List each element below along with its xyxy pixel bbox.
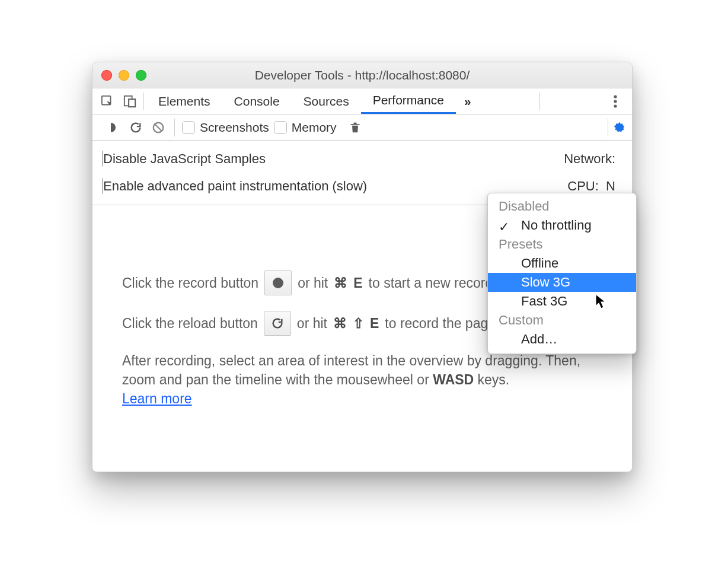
tab-sources[interactable]: Sources — [292, 88, 361, 114]
tab-elements[interactable]: Elements — [146, 88, 222, 114]
performance-toolbar: Screenshots Memory — [92, 114, 632, 141]
main-tabstrip: Elements Console Sources Performance » — [92, 88, 632, 114]
separator — [608, 119, 608, 136]
separator — [174, 119, 175, 136]
zoom-window-button[interactable] — [136, 70, 146, 81]
tab-label: Sources — [304, 94, 349, 109]
record-circle-icon — [273, 278, 283, 288]
option-label: Fast 3G — [521, 294, 567, 308]
cmd-key-icon: ⌘ — [333, 314, 347, 333]
disable-js-samples-label: Disable JavaScript Samples — [103, 151, 266, 166]
settings-row-disable-js: Disable JavaScript Samples Network: — [92, 145, 632, 173]
titlebar: Developer Tools - http://localhost:8080/ — [92, 62, 632, 88]
reload-button[interactable] — [264, 311, 291, 336]
close-window-button[interactable] — [101, 70, 112, 81]
throttle-option-slow-3g[interactable]: Slow 3G — [488, 273, 636, 292]
panel-tabs: Elements Console Sources Performance » — [146, 88, 480, 114]
tabs-overflow-button[interactable]: » — [456, 94, 480, 109]
text: keys. — [474, 372, 509, 387]
text: Click the reload button — [122, 314, 258, 333]
chevron-right-icon: » — [464, 94, 471, 108]
cpu-label: CPU: N — [567, 179, 622, 194]
key-E: E — [353, 273, 362, 292]
device-toolbar-icon[interactable] — [119, 88, 141, 114]
option-label: Offline — [521, 256, 558, 270]
reload-icon[interactable] — [127, 119, 145, 136]
option-label: No throttling — [521, 218, 592, 233]
dropdown-group-custom: Custom — [488, 311, 636, 330]
text: or hit — [298, 273, 328, 292]
inspect-element-icon[interactable] — [96, 88, 119, 114]
record-button[interactable] — [264, 270, 292, 295]
tab-label: Elements — [158, 94, 210, 109]
option-label: Slow 3G — [521, 275, 570, 289]
separator — [539, 93, 540, 110]
traffic-lights — [92, 70, 146, 81]
svg-rect-2 — [129, 99, 135, 107]
tab-console[interactable]: Console — [222, 88, 292, 114]
record-icon[interactable] — [104, 119, 122, 136]
text: or hit — [297, 314, 327, 333]
network-label: Network: — [564, 151, 622, 167]
throttle-option-add[interactable]: Add… — [488, 330, 636, 349]
throttle-option-offline[interactable]: Offline — [488, 254, 636, 273]
throttle-option-fast-3g[interactable]: Fast 3G — [488, 292, 636, 311]
cpu-value: N — [606, 179, 615, 193]
key-E: E — [370, 314, 379, 333]
option-label: Add… — [521, 332, 557, 346]
memory-label: Memory — [292, 120, 337, 135]
dropdown-group-presets: Presets — [488, 235, 636, 254]
settings-gear-icon[interactable] — [611, 119, 628, 136]
kebab-icon — [614, 95, 617, 108]
checkmark-icon: ✓ — [499, 219, 509, 235]
more-options-button[interactable] — [602, 95, 628, 108]
clear-icon[interactable] — [149, 119, 167, 136]
cmd-key-icon: ⌘ — [334, 273, 347, 292]
svg-point-5 — [614, 100, 617, 103]
cpu-label-text: CPU: — [567, 179, 599, 193]
learn-more-link[interactable]: Learn more — [122, 391, 192, 406]
checkbox-icon — [274, 121, 287, 134]
screenshots-label: Screenshots — [200, 120, 269, 135]
minimize-window-button[interactable] — [119, 70, 129, 81]
devtools-window: Developer Tools - http://localhost:8080/… — [92, 62, 633, 472]
network-throttling-dropdown: Disabled ✓ No throttling Presets Offline… — [487, 193, 637, 354]
text: Click the record button — [122, 273, 258, 292]
wasd-keys: WASD — [433, 372, 474, 387]
dropdown-group-disabled: Disabled — [488, 197, 636, 216]
tab-label: Console — [234, 94, 280, 109]
shift-key-icon: ⇧ — [353, 314, 364, 333]
svg-point-6 — [614, 104, 617, 107]
tab-performance[interactable]: Performance — [361, 88, 456, 114]
disable-js-samples-checkbox[interactable]: Disable JavaScript Samples — [102, 151, 266, 167]
instruction-paragraph: After recording, select an area of inter… — [122, 351, 602, 409]
window-title: Developer Tools - http://localhost:8080/ — [92, 68, 632, 82]
screenshots-checkbox[interactable]: Screenshots — [182, 120, 269, 135]
svg-point-4 — [614, 95, 617, 98]
memory-checkbox[interactable]: Memory — [274, 120, 337, 135]
enable-paint-label: Enable advanced paint instrumentation (s… — [103, 179, 367, 193]
text: After recording, select an area of inter… — [122, 353, 580, 387]
checkbox-icon — [182, 121, 195, 134]
tab-label: Performance — [373, 93, 444, 107]
enable-paint-checkbox[interactable]: Enable advanced paint instrumentation (s… — [102, 179, 367, 194]
throttle-option-no-throttling[interactable]: ✓ No throttling — [488, 216, 636, 235]
trash-icon[interactable] — [346, 119, 364, 136]
separator — [143, 93, 144, 110]
reload-icon — [271, 317, 284, 330]
